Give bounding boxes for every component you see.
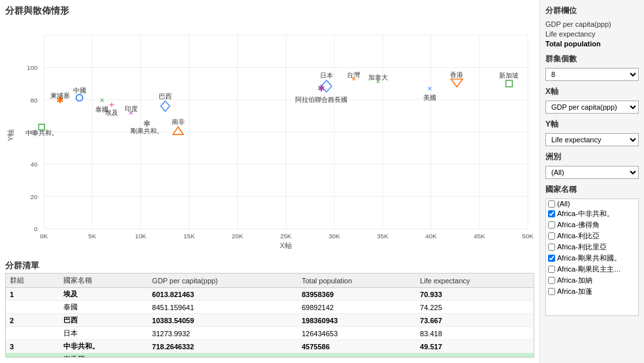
svg-text:埃及: 埃及 [105, 109, 118, 116]
svg-text:+: + [109, 99, 114, 110]
svg-text:0: 0 [34, 225, 38, 232]
svg-text:×: × [427, 84, 432, 93]
country-item[interactable]: (All) [546, 199, 638, 208]
svg-text:台灣: 台灣 [347, 71, 360, 78]
cluster-option-life[interactable]: Life expectancy [545, 29, 639, 39]
svg-text:美國: 美國 [423, 94, 436, 101]
cluster-option-pop[interactable]: Total population [545, 39, 639, 48]
svg-text:加拿大: 加拿大 [368, 74, 388, 81]
country-item[interactable]: Africa-利比亞 [546, 230, 638, 242]
col-pop: Total population [298, 274, 416, 288]
country-item[interactable]: Africa-剛果民主主… [546, 264, 638, 275]
svg-text:中國: 中國 [73, 87, 86, 94]
svg-text:印度: 印度 [125, 105, 138, 112]
svg-text:30K: 30K [329, 232, 340, 240]
cluster-options: GDP per capita(ppp) Life expectancy Tota… [545, 20, 639, 48]
cluster-count-select[interactable]: 8 [545, 68, 639, 81]
country-item[interactable]: Africa-加納 [546, 275, 638, 286]
col-life: Life expectancy [416, 274, 534, 288]
country-label: 國家名稱 [545, 184, 639, 195]
svg-text:50K: 50K [522, 232, 534, 240]
svg-text:巴西: 巴西 [159, 93, 172, 100]
sidebar: 分群欄位 GDP per capita(ppp) Life expectancy… [539, 0, 644, 363]
svg-marker-49 [161, 101, 170, 112]
y-axis-section: Y軸 Life expectancy [545, 119, 639, 146]
chart-title: 分群與散佈情形 [5, 5, 534, 17]
country-item[interactable]: Africa-利比里亞 [546, 242, 638, 253]
svg-text:✱: ✱ [317, 83, 325, 93]
svg-text:10K: 10K [135, 232, 147, 240]
chart-area: 0 20 40 60 80 100 0K 5K 10K 15K 20K 25K … [5, 20, 534, 257]
svg-text:40: 40 [30, 161, 37, 168]
cluster-count-section: 群集個數 8 [545, 54, 639, 81]
svg-point-39 [76, 95, 83, 101]
bottom-section: 分群清單 群組 國家名稱 GDP per capita(ppp) Total p… [5, 257, 534, 358]
svg-text:新加坡: 新加坡 [499, 72, 519, 79]
svg-marker-53 [173, 127, 184, 134]
svg-text:20K: 20K [232, 232, 244, 240]
country-item[interactable]: Africa-剛果共和國。 [546, 253, 638, 264]
svg-text:15K: 15K [184, 232, 195, 240]
country-item[interactable]: Africa-中非共和。 [546, 208, 638, 219]
cluster-count-label: 群集個數 [545, 54, 639, 65]
cluster-field-section: 分群欄位 GDP per capita(ppp) Life expectancy… [545, 5, 639, 48]
svg-text:25K: 25K [280, 232, 292, 240]
svg-text:X軸: X軸 [280, 242, 292, 249]
svg-rect-67 [506, 80, 513, 87]
continent-label: 洲別 [545, 151, 639, 163]
svg-marker-65 [451, 79, 463, 87]
svg-text:日本: 日本 [320, 72, 333, 79]
data-table: 群組 國家名稱 GDP per capita(ppp) Total popula… [6, 274, 534, 358]
svg-text:40K: 40K [425, 232, 437, 240]
country-section: 國家名稱 (All)Africa-中非共和。Africa-佛得角Africa-利… [545, 184, 639, 316]
x-axis-label: X軸 [545, 86, 639, 97]
cluster-field-label: 分群欄位 [545, 5, 639, 16]
x-axis-section: X軸 GDP per capita(ppp) [545, 86, 639, 114]
x-axis-select[interactable]: GDP per capita(ppp) [545, 101, 639, 114]
continent-section: 洲別 (All) [545, 151, 639, 179]
svg-text:80: 80 [30, 97, 37, 104]
svg-text:香港: 香港 [450, 71, 463, 78]
svg-text:阿拉伯聯合酋長國: 阿拉伯聯合酋長國 [295, 96, 347, 103]
country-list[interactable]: (All)Africa-中非共和。Africa-佛得角Africa-利比亞Afr… [545, 198, 639, 316]
svg-text:100: 100 [27, 64, 38, 71]
svg-text:35K: 35K [377, 232, 389, 240]
svg-text:×: × [99, 95, 105, 105]
svg-text:剛果共和。: 剛果共和。 [131, 127, 163, 134]
continent-select[interactable]: (All) [545, 166, 639, 179]
svg-text:中非共和。: 中非共和。 [25, 129, 58, 136]
svg-text:柬埔寨: 柬埔寨 [50, 92, 70, 99]
country-item[interactable]: Africa-加蓬 [546, 286, 638, 297]
col-gdp: GDP per capita(ppp) [148, 274, 298, 288]
svg-text:45K: 45K [474, 232, 485, 240]
svg-text:南非: 南非 [172, 118, 185, 125]
svg-text:5K: 5K [88, 232, 96, 240]
y-axis-select[interactable]: Life expectancy [545, 133, 639, 146]
list-title: 分群清單 [5, 260, 534, 272]
svg-text:Y軸: Y軸 [7, 129, 14, 141]
col-group: 群組 [6, 274, 59, 288]
svg-text:20: 20 [30, 193, 37, 200]
data-table-container: 群組 國家名稱 GDP per capita(ppp) Total popula… [5, 273, 534, 358]
svg-text:0K: 0K [40, 232, 48, 240]
cluster-option-gdp[interactable]: GDP per capita(ppp) [545, 20, 639, 29]
y-axis-label: Y軸 [545, 119, 639, 130]
scatter-plot: 0 20 40 60 80 100 0K 5K 10K 15K 20K 25K … [5, 20, 534, 257]
country-item[interactable]: Africa-佛得角 [546, 219, 638, 230]
col-country: 國家名稱 [59, 274, 148, 288]
